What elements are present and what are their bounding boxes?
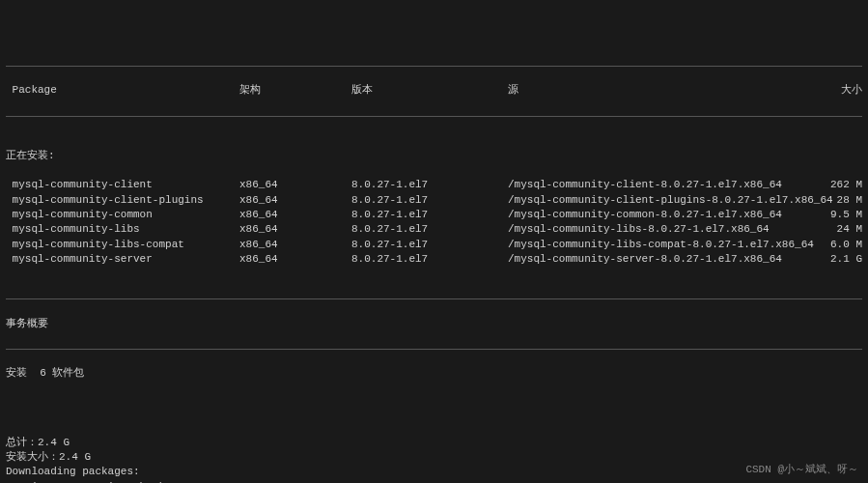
header-version: 版本 — [351, 83, 508, 98]
header-package: Package — [6, 83, 239, 98]
package-table: mysql-community-clientx86_648.0.27-1.el7… — [6, 178, 862, 267]
total-line: 总计：2.4 G — [6, 436, 862, 450]
header-size: 大小 — [826, 83, 862, 98]
table-row: mysql-community-libsx86_648.0.27-1.el7/m… — [6, 222, 862, 237]
header-repo: 源 — [508, 83, 826, 98]
section-install-label: 正在安装: — [6, 149, 862, 163]
table-header: Package 架构 版本 源 大小 — [6, 83, 862, 98]
watermark: CSDN @小～斌斌、呀～ — [745, 463, 858, 477]
summary-line: 安装 6 软件包 — [6, 366, 862, 381]
header-arch: 架构 — [239, 83, 351, 98]
table-row: mysql-community-client-pluginsx86_648.0.… — [6, 193, 862, 208]
totals-block: 总计：2.4 G安装大小：2.4 GDownloading packages:R… — [6, 436, 862, 483]
total-line: Downloading packages: — [6, 465, 862, 479]
table-row: mysql-community-libs-compatx86_648.0.27-… — [6, 238, 862, 252]
table-row: mysql-community-serverx86_648.0.27-1.el7… — [6, 252, 862, 267]
table-row: mysql-community-clientx86_648.0.27-1.el7… — [6, 178, 862, 192]
total-line: 安装大小：2.4 G — [6, 450, 862, 465]
summary-title: 事务概要 — [6, 317, 862, 331]
table-row: mysql-community-commonx86_648.0.27-1.el7… — [6, 208, 862, 222]
